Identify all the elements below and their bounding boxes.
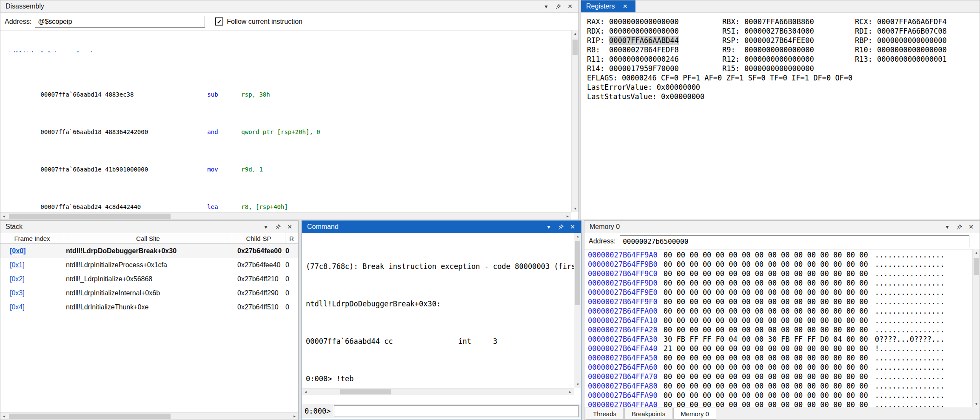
memory-row: 00000027B64FFA8000 00 00 00 00 00 00 00 … [588, 381, 972, 391]
register-name: RBP: [855, 36, 877, 45]
return-address: 0 [285, 275, 298, 283]
bottom-tab[interactable]: Memory 0 [673, 408, 716, 420]
address-label: Address: [5, 18, 31, 26]
close-icon[interactable]: ✕ [620, 2, 630, 11]
horizontal-scrollbar[interactable]: ◄ ► [0, 212, 571, 220]
vertical-scrollbar[interactable]: ▲ ▼ [571, 30, 578, 212]
stack-frame-row[interactable]: [0x2] ntdll!_LdrpInitialize+0x56868 0x27… [0, 272, 298, 286]
stack-frame-row[interactable]: [0x3] ntdll!LdrpInitializeInternal+0x6b … [0, 286, 298, 300]
register-cell: RCX:00007FFA66A6FDF4 [855, 17, 980, 26]
function-label-link[interactable]: ntdll!LdrpDoDebuggerBreak: [5, 49, 98, 52]
horizontal-scrollbar[interactable]: ◄ ► [302, 388, 574, 395]
scroll-down-button[interactable]: ▼ [572, 205, 579, 212]
register-cell: R11:0000000000000246 [587, 54, 722, 64]
disasm-mnemonic: lea [207, 202, 241, 211]
scrollbar-thumb[interactable] [340, 389, 391, 394]
scrollbar-thumb[interactable] [974, 258, 979, 275]
register-value: 0000000000000000 [609, 17, 679, 26]
close-icon[interactable]: ✕ [565, 2, 575, 11]
scroll-up-button[interactable]: ▲ [574, 233, 581, 240]
column-header-child-sp[interactable]: Child-SP [232, 233, 285, 243]
child-sp: 0x27b64fee00 [232, 247, 285, 255]
memory-row-address[interactable]: 00000027B64FFA60 [588, 363, 658, 371]
disasm-line[interactable]: 00007ffa`66aabd14 4883ec38subrsp, 38h [0, 80, 571, 90]
memory-row-address[interactable]: 00000027B64FFA80 [588, 382, 658, 390]
column-header-call-site[interactable]: Call Site [64, 233, 232, 243]
scroll-right-button[interactable]: ► [567, 389, 574, 396]
vertical-scrollbar[interactable]: ▲ ▼ [574, 233, 581, 388]
scroll-left-button[interactable]: ◄ [0, 413, 8, 420]
follow-current-instruction-checkbox[interactable]: ✔ [215, 17, 223, 26]
return-address: 0 [285, 247, 298, 255]
memory-row-address[interactable]: 00000027B64FFA20 [588, 326, 658, 334]
scrollbar-thumb[interactable] [575, 241, 580, 305]
scrollbar-thumb[interactable] [9, 414, 171, 419]
scroll-up-button[interactable]: ▲ [973, 249, 980, 257]
stack-frame-row[interactable]: [0x0] ntdll!LdrpDoDebuggerBreak+0x30 0x2… [0, 244, 298, 258]
memory-ascii: ................ [875, 269, 945, 278]
disasm-line[interactable]: 00007ffa`66aabd18 488364242000andqword p… [0, 118, 571, 127]
command-input[interactable] [334, 405, 578, 417]
column-header-frame-index[interactable]: Frame Index [0, 233, 64, 243]
horizontal-scrollbar[interactable]: ◄ ► [0, 412, 298, 420]
memory-row-address[interactable]: 00000027B64FF9D0 [588, 279, 658, 287]
return-address: 0 [285, 303, 298, 311]
memory-row-address[interactable]: 00000027B64FFA30 [588, 335, 658, 343]
memory-address-input[interactable] [620, 235, 969, 247]
child-sp: 0x27b64fee40 [232, 261, 285, 269]
menu-caret-icon[interactable]: ▾ [541, 2, 551, 11]
frame-index-link[interactable]: [0x0] [0, 247, 64, 255]
disasm-line[interactable]: 00007ffa`66aabd1e 41b901000000movr9d, 1 [0, 155, 571, 165]
address-input[interactable] [35, 16, 205, 28]
stack-frame-row[interactable]: [0x4] ntdll!LdrInitializeThunk+0xe 0x27b… [0, 300, 298, 314]
register-name: R15: [722, 64, 744, 73]
memory-row-address[interactable]: 00000027B64FFA50 [588, 354, 658, 362]
memory-row-address[interactable]: 00000027B64FFA10 [588, 316, 658, 325]
memory-row-address[interactable]: 00000027B64FF9E0 [588, 288, 658, 297]
memory-row-address[interactable]: 00000027B64FFA70 [588, 372, 658, 381]
bottom-tab[interactable]: Threads [586, 408, 624, 420]
registers-tab[interactable]: Registers ✕ [581, 0, 635, 12]
memory-row-address[interactable]: 00000027B64FFA90 [588, 391, 658, 400]
scroll-down-button[interactable]: ▼ [574, 381, 581, 388]
memory-row-address[interactable]: 00000027B64FFA00 [588, 307, 658, 315]
scroll-left-button[interactable]: ◄ [302, 389, 309, 396]
memory-row-address[interactable]: 00000027B64FF9B0 [588, 260, 658, 269]
pin-icon[interactable] [273, 222, 283, 231]
frame-index-link[interactable]: [0x3] [0, 289, 64, 297]
memory-row-address[interactable]: 00000027B64FF9A0 [588, 251, 658, 259]
scroll-right-button[interactable]: ► [291, 413, 298, 420]
memory-row-address[interactable]: 00000027B64FF9F0 [588, 297, 658, 306]
scroll-right-button[interactable]: ► [564, 213, 571, 220]
frame-index-link[interactable]: [0x1] [0, 261, 64, 269]
close-icon[interactable]: ✕ [966, 222, 976, 231]
menu-caret-icon[interactable]: ▾ [942, 222, 952, 231]
memory-bytes: 00 00 00 00 00 00 00 00 00 00 00 00 00 0… [664, 279, 868, 287]
register-cell: RBX:00007FFA66B0B860 [722, 17, 855, 26]
column-header-return-address[interactable]: R [285, 233, 298, 243]
frame-index-link[interactable]: [0x4] [0, 303, 64, 311]
pin-icon[interactable] [556, 222, 566, 231]
disasm-line[interactable]: 00007ffa`66aabd24 4c8d442440lear8, [rsp+… [0, 193, 571, 202]
memory-row: 00000027B64FF9F000 00 00 00 00 00 00 00 … [588, 297, 972, 306]
close-icon[interactable]: ✕ [285, 222, 295, 231]
memory-row-address[interactable]: 00000027B64FF9C0 [588, 269, 658, 278]
stack-frame-row[interactable]: [0x1] ntdll!LdrpInitializeProcess+0x1cfa… [0, 258, 298, 272]
scrollbar-thumb[interactable] [573, 40, 578, 55]
scroll-left-button[interactable]: ◄ [0, 213, 8, 220]
scrollbar-thumb[interactable] [9, 214, 171, 219]
pin-icon[interactable] [553, 2, 563, 11]
menu-caret-icon[interactable]: ▾ [261, 222, 271, 231]
close-icon[interactable]: ✕ [567, 222, 578, 231]
stack-titlebar: Stack ▾ ✕ [0, 221, 298, 233]
memory-row-address[interactable]: 00000027B64FFA40 [588, 344, 658, 353]
vertical-scrollbar[interactable]: ▲ ▼ [972, 249, 980, 408]
memory-ascii: ................ [875, 288, 945, 297]
menu-caret-icon[interactable]: ▾ [544, 222, 554, 231]
bottom-tab[interactable]: Breakpoints [624, 408, 672, 420]
scroll-up-button[interactable]: ▲ [572, 30, 579, 37]
frame-index-link[interactable]: [0x2] [0, 275, 64, 283]
register-cell: R15:0000000000000000 [722, 64, 855, 73]
memory-bytes: 21 00 00 00 00 00 00 00 00 00 00 00 00 0… [664, 344, 868, 353]
pin-icon[interactable] [954, 222, 964, 231]
